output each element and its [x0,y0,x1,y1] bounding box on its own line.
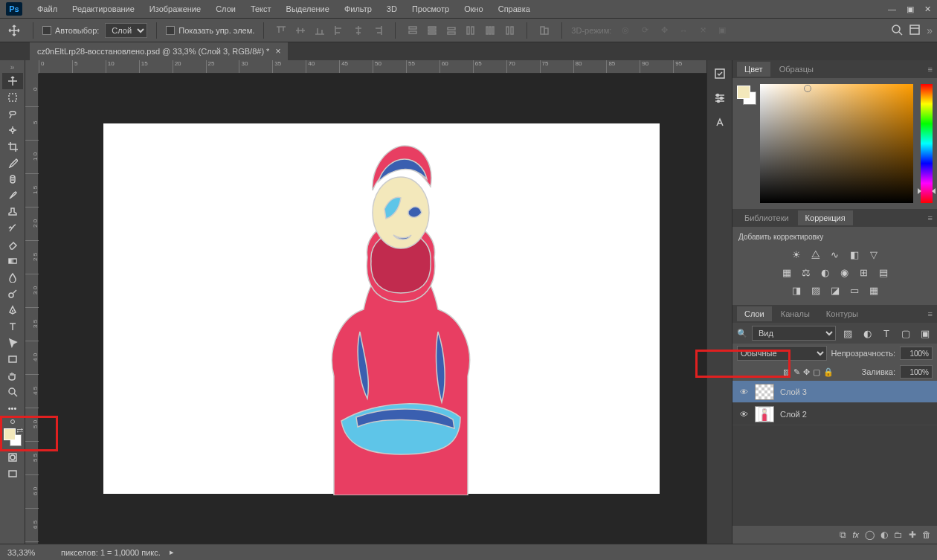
hue-cursor-right[interactable] [932,188,936,194]
3d-orbit-icon[interactable]: ◎ [617,22,634,39]
panel-menu-icon[interactable]: ≡ [928,213,933,222]
filter-pixel-icon[interactable]: ▨ [840,326,855,340]
tab-swatches[interactable]: Образцы [772,62,821,77]
3d-camera-icon[interactable]: ▣ [714,22,730,39]
dist-hcenter-icon[interactable] [482,22,498,39]
tab-layers[interactable]: Слои [737,306,772,321]
opacity-input[interactable] [900,347,933,360]
layer-thumbnail[interactable] [755,384,774,400]
menu-window[interactable]: Окно [457,4,491,13]
menu-edit[interactable]: Редактирование [65,4,142,13]
menu-file[interactable]: Файл [30,4,65,13]
lasso-tool[interactable] [2,106,23,122]
toolbox-handle-icon[interactable]: » [10,63,15,71]
quick-select-tool[interactable] [2,122,23,138]
eyedropper-tool[interactable] [2,155,23,171]
hue-slider[interactable] [921,84,933,203]
toolbox-more-icon[interactable]: ••• [2,400,23,416]
zoom-level[interactable]: 33,33% [7,548,52,557]
new-adjustment-icon[interactable]: ◐ [880,530,888,540]
menu-layers[interactable]: Слои [208,4,243,13]
eraser-tool[interactable] [2,236,23,253]
adj-brightness-icon[interactable]: ☀ [789,248,804,261]
adj-selcolor-icon[interactable]: ▦ [866,283,881,297]
layer-fx-icon[interactable]: fx [852,530,859,540]
align-vcenter-icon[interactable] [292,22,309,39]
adj-exposure-icon[interactable]: ◧ [847,248,862,261]
saturation-picker[interactable] [760,84,913,203]
new-group-icon[interactable]: 🗀 [894,530,903,540]
hue-cursor-left[interactable] [918,188,921,194]
dodge-tool[interactable] [2,286,23,302]
adj-hsl-icon[interactable]: ▦ [779,265,794,279]
pen-tool[interactable] [2,302,23,318]
dist-left-icon[interactable] [463,22,479,39]
3d-scale-icon[interactable]: ⤧ [695,22,711,39]
lock-position-icon[interactable]: ✥ [803,367,810,377]
rectangle-tool[interactable] [2,351,23,367]
menu-view[interactable]: Просмотр [405,4,457,13]
adj-bw-icon[interactable]: ◐ [818,265,833,279]
filter-smart-icon[interactable]: ▣ [918,326,933,340]
color-swatches[interactable]: ⮂ [2,427,23,449]
info-flyout-icon[interactable]: ▸ [170,547,174,557]
menu-filter[interactable]: Фильтр [337,4,379,13]
menu-text[interactable]: Текст [243,4,279,13]
menu-help[interactable]: Справка [491,4,538,13]
dist-bottom-icon[interactable] [443,22,460,39]
color-fg-swatch[interactable] [737,86,750,99]
maximize-icon[interactable]: ▣ [907,4,914,14]
align-left-icon[interactable] [331,22,347,39]
filter-type-icon[interactable]: T [879,326,894,340]
menu-select[interactable]: Выделение [279,4,337,13]
tab-color[interactable]: Цвет [737,62,770,77]
adj-invert-icon[interactable]: ◨ [789,283,804,297]
properties-panel-icon[interactable] [714,92,726,106]
adj-vibrance-icon[interactable]: ▽ [866,248,881,261]
tab-libraries[interactable]: Библиотеки [737,210,796,225]
adj-levels-icon[interactable]: ⧋ [808,248,823,261]
layer-row[interactable]: 👁 Слой 2 [732,403,937,425]
layer-filter-dropdown[interactable]: Вид [752,326,836,341]
visibility-icon[interactable]: 👁 [738,410,749,419]
visibility-icon[interactable]: 👁 [738,387,749,396]
document-tab[interactable]: cz0nEltLrp28-восстановлено.psd @ 33,3% (… [30,42,288,60]
foreground-swatch[interactable] [4,428,16,440]
canvas-area[interactable]: 05101520253035404550556065707580859095 0… [25,60,706,544]
align-hcenter-icon[interactable] [350,22,367,39]
lock-transparent-icon[interactable]: ▨ [783,367,791,377]
options-flyout-icon[interactable]: » [927,25,933,36]
type-tool[interactable] [2,318,23,335]
minimize-icon[interactable]: — [888,4,896,14]
hand-tool[interactable] [2,367,23,384]
vertical-ruler[interactable]: 051 01 52 02 53 03 54 04 55 05 56 06 5 [25,74,39,544]
adj-lookup-icon[interactable]: ▤ [876,265,891,279]
screenmode-tool[interactable] [2,466,23,482]
autoselect-checkbox[interactable]: Автовыбор: [42,26,99,35]
zoom-tool[interactable] [2,384,23,400]
quickmask-tool[interactable] [2,449,23,466]
healing-tool[interactable] [2,171,23,187]
blend-mode-dropdown[interactable]: Обычные [737,346,827,361]
swap-colors-icon[interactable]: ⮂ [16,427,23,434]
crop-tool[interactable] [2,138,23,155]
menu-image[interactable]: Изображение [142,4,208,13]
document-canvas[interactable] [103,123,660,494]
align-bottom-icon[interactable] [312,22,328,39]
auto-align-icon[interactable] [536,22,553,39]
move-tool[interactable] [2,73,23,89]
layer-row[interactable]: 👁 Слой 3 [732,381,937,403]
3d-roll-icon[interactable]: ⟳ [637,22,653,39]
3d-pan-icon[interactable]: ✥ [656,22,672,39]
brush-tool[interactable] [2,187,23,204]
tab-close-icon[interactable]: × [275,46,280,57]
adj-chmix-icon[interactable]: ⊞ [857,265,872,279]
lock-all-icon[interactable]: 🔒 [823,367,834,377]
character-panel-icon[interactable] [714,117,726,131]
layer-name[interactable]: Слой 2 [780,410,807,419]
gradient-tool[interactable] [2,253,23,269]
adj-gradmap-icon[interactable]: ▭ [847,283,862,297]
adj-curves-icon[interactable]: ∿ [828,248,843,261]
menu-3d[interactable]: 3D [379,4,405,13]
adj-photo-icon[interactable]: ◉ [837,265,852,279]
